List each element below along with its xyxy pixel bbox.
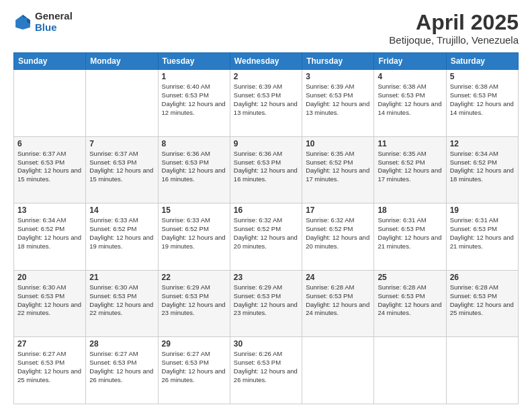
table-row: 27Sunrise: 6:27 AM Sunset: 6:53 PM Dayli… <box>14 337 86 404</box>
table-row: 9Sunrise: 6:36 AM Sunset: 6:53 PM Daylig… <box>230 136 302 203</box>
day-number: 12 <box>450 139 515 148</box>
day-number: 3 <box>306 72 370 81</box>
day-number: 20 <box>17 273 82 282</box>
day-info: Sunrise: 6:35 AM Sunset: 6:52 PM Dayligh… <box>378 150 442 184</box>
table-row: 6Sunrise: 6:37 AM Sunset: 6:53 PM Daylig… <box>14 136 86 203</box>
table-row: 30Sunrise: 6:26 AM Sunset: 6:53 PM Dayli… <box>230 337 302 404</box>
day-info: Sunrise: 6:27 AM Sunset: 6:53 PM Dayligh… <box>89 350 154 384</box>
day-number: 5 <box>450 72 515 81</box>
day-info: Sunrise: 6:31 AM Sunset: 6:53 PM Dayligh… <box>378 216 442 250</box>
col-saturday: Saturday <box>446 53 518 70</box>
table-row: 29Sunrise: 6:27 AM Sunset: 6:53 PM Dayli… <box>158 337 230 404</box>
day-number: 23 <box>234 273 298 282</box>
day-info: Sunrise: 6:31 AM Sunset: 6:53 PM Dayligh… <box>450 216 515 250</box>
day-info: Sunrise: 6:29 AM Sunset: 6:53 PM Dayligh… <box>234 283 298 318</box>
day-number: 4 <box>378 72 442 81</box>
day-number: 25 <box>378 273 442 282</box>
table-row: 3Sunrise: 6:39 AM Sunset: 6:53 PM Daylig… <box>302 70 374 137</box>
day-info: Sunrise: 6:33 AM Sunset: 6:52 PM Dayligh… <box>162 216 226 250</box>
day-number: 29 <box>162 339 226 349</box>
col-tuesday: Tuesday <box>158 53 230 70</box>
table-row: 22Sunrise: 6:29 AM Sunset: 6:53 PM Dayli… <box>158 270 230 337</box>
table-row: 26Sunrise: 6:28 AM Sunset: 6:53 PM Dayli… <box>446 270 518 337</box>
day-info: Sunrise: 6:28 AM Sunset: 6:53 PM Dayligh… <box>378 283 442 318</box>
subtitle: Betijoque, Trujillo, Venezuela <box>389 34 519 46</box>
day-number: 28 <box>89 339 154 349</box>
day-number: 15 <box>162 205 226 215</box>
day-number: 21 <box>89 273 154 282</box>
calendar-table: Sunday Monday Tuesday Wednesday Thursday… <box>13 52 519 404</box>
day-info: Sunrise: 6:37 AM Sunset: 6:53 PM Dayligh… <box>89 150 154 184</box>
col-wednesday: Wednesday <box>230 53 302 70</box>
day-number: 27 <box>17 339 82 349</box>
day-info: Sunrise: 6:32 AM Sunset: 6:52 PM Dayligh… <box>234 216 298 250</box>
day-info: Sunrise: 6:33 AM Sunset: 6:52 PM Dayligh… <box>89 216 154 250</box>
day-info: Sunrise: 6:27 AM Sunset: 6:53 PM Dayligh… <box>17 350 82 384</box>
day-info: Sunrise: 6:36 AM Sunset: 6:53 PM Dayligh… <box>234 150 298 184</box>
day-info: Sunrise: 6:39 AM Sunset: 6:53 PM Dayligh… <box>234 83 298 117</box>
day-number: 9 <box>234 139 298 148</box>
table-row: 5Sunrise: 6:38 AM Sunset: 6:53 PM Daylig… <box>446 70 518 137</box>
day-info: Sunrise: 6:38 AM Sunset: 6:53 PM Dayligh… <box>450 83 515 117</box>
day-info: Sunrise: 6:34 AM Sunset: 6:52 PM Dayligh… <box>17 216 82 250</box>
col-thursday: Thursday <box>302 53 374 70</box>
table-row: 21Sunrise: 6:30 AM Sunset: 6:53 PM Dayli… <box>86 270 158 337</box>
table-row: 17Sunrise: 6:32 AM Sunset: 6:52 PM Dayli… <box>302 203 374 271</box>
col-friday: Friday <box>374 53 446 70</box>
day-number: 7 <box>89 139 154 148</box>
table-row <box>374 337 446 404</box>
main-title: April 2025 <box>389 11 519 34</box>
title-block: April 2025 Betijoque, Trujillo, Venezuel… <box>389 11 519 46</box>
day-number: 11 <box>378 139 442 148</box>
day-info: Sunrise: 6:28 AM Sunset: 6:53 PM Dayligh… <box>306 283 370 318</box>
day-number: 6 <box>17 139 82 148</box>
header: General Blue April 2025 Betijoque, Truji… <box>13 11 519 46</box>
table-row: 14Sunrise: 6:33 AM Sunset: 6:52 PM Dayli… <box>86 203 158 271</box>
table-row: 10Sunrise: 6:35 AM Sunset: 6:52 PM Dayli… <box>302 136 374 203</box>
day-info: Sunrise: 6:34 AM Sunset: 6:52 PM Dayligh… <box>450 150 515 184</box>
table-row: 12Sunrise: 6:34 AM Sunset: 6:52 PM Dayli… <box>446 136 518 203</box>
table-row: 16Sunrise: 6:32 AM Sunset: 6:52 PM Dayli… <box>230 203 302 271</box>
week-row-1: 1Sunrise: 6:40 AM Sunset: 6:53 PM Daylig… <box>14 70 519 137</box>
day-number: 14 <box>89 205 154 215</box>
day-info: Sunrise: 6:35 AM Sunset: 6:52 PM Dayligh… <box>306 150 370 184</box>
day-number: 19 <box>450 205 515 215</box>
day-info: Sunrise: 6:27 AM Sunset: 6:53 PM Dayligh… <box>162 350 226 384</box>
table-row: 15Sunrise: 6:33 AM Sunset: 6:52 PM Dayli… <box>158 203 230 271</box>
day-number: 24 <box>306 273 370 282</box>
day-number: 13 <box>17 205 82 215</box>
logo-icon <box>13 13 32 32</box>
table-row: 4Sunrise: 6:38 AM Sunset: 6:53 PM Daylig… <box>374 70 446 137</box>
day-number: 2 <box>234 72 298 81</box>
day-info: Sunrise: 6:28 AM Sunset: 6:53 PM Dayligh… <box>450 283 515 318</box>
week-row-5: 27Sunrise: 6:27 AM Sunset: 6:53 PM Dayli… <box>14 337 519 404</box>
day-number: 17 <box>306 205 370 215</box>
table-row: 8Sunrise: 6:36 AM Sunset: 6:53 PM Daylig… <box>158 136 230 203</box>
logo-text: General Blue <box>35 11 73 33</box>
day-info: Sunrise: 6:26 AM Sunset: 6:53 PM Dayligh… <box>234 350 298 384</box>
day-number: 18 <box>378 205 442 215</box>
table-row: 23Sunrise: 6:29 AM Sunset: 6:53 PM Dayli… <box>230 270 302 337</box>
week-row-2: 6Sunrise: 6:37 AM Sunset: 6:53 PM Daylig… <box>14 136 519 203</box>
table-row: 28Sunrise: 6:27 AM Sunset: 6:53 PM Dayli… <box>86 337 158 404</box>
day-number: 26 <box>450 273 515 282</box>
col-sunday: Sunday <box>14 53 86 70</box>
table-row: 7Sunrise: 6:37 AM Sunset: 6:53 PM Daylig… <box>86 136 158 203</box>
day-number: 8 <box>162 139 226 148</box>
day-info: Sunrise: 6:29 AM Sunset: 6:53 PM Dayligh… <box>162 283 226 318</box>
logo: General Blue <box>13 11 73 33</box>
logo-general-text: General <box>35 11 73 22</box>
day-info: Sunrise: 6:40 AM Sunset: 6:53 PM Dayligh… <box>162 83 226 117</box>
table-row: 13Sunrise: 6:34 AM Sunset: 6:52 PM Dayli… <box>14 203 86 271</box>
day-number: 16 <box>234 205 298 215</box>
day-info: Sunrise: 6:32 AM Sunset: 6:52 PM Dayligh… <box>306 216 370 250</box>
table-row: 20Sunrise: 6:30 AM Sunset: 6:53 PM Dayli… <box>14 270 86 337</box>
day-info: Sunrise: 6:38 AM Sunset: 6:53 PM Dayligh… <box>378 83 442 117</box>
table-row <box>86 70 158 137</box>
day-number: 22 <box>162 273 226 282</box>
calendar-header-row: Sunday Monday Tuesday Wednesday Thursday… <box>14 53 519 70</box>
table-row <box>302 337 374 404</box>
table-row: 19Sunrise: 6:31 AM Sunset: 6:53 PM Dayli… <box>446 203 518 271</box>
week-row-4: 20Sunrise: 6:30 AM Sunset: 6:53 PM Dayli… <box>14 270 519 337</box>
day-info: Sunrise: 6:39 AM Sunset: 6:53 PM Dayligh… <box>306 83 370 117</box>
